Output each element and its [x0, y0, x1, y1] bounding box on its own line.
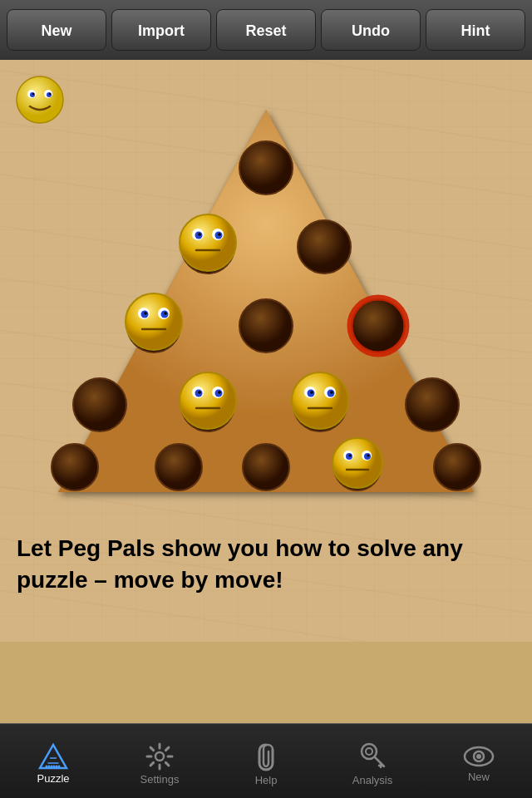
svg-line-84 — [165, 747, 169, 751]
board — [33, 85, 499, 517]
toolbar-btn-import[interactable]: Import — [111, 9, 211, 51]
svg-point-63 — [348, 454, 351, 456]
svg-point-53 — [406, 378, 459, 431]
svg-point-93 — [476, 754, 481, 759]
svg-point-19 — [218, 233, 221, 236]
toolbar-btn-reset[interactable]: Reset — [216, 9, 316, 51]
game-area: Let Peg Pals show you how to solve any p… — [0, 60, 532, 642]
svg-point-23 — [126, 293, 182, 350]
gear-icon — [145, 742, 174, 771]
toolbar: NewImportResetUndoHint — [0, 0, 532, 60]
tab-puzzle[interactable]: Puzzle — [0, 724, 106, 798]
tab-analysis-label: Analysis — [352, 774, 392, 786]
tab-puzzle-label: Puzzle — [37, 772, 69, 785]
svg-point-73 — [51, 765, 53, 767]
svg-point-45 — [292, 372, 348, 429]
tab-settings[interactable]: Settings — [106, 724, 213, 798]
tab-help-label: Help — [255, 774, 278, 786]
tab-settings-label: Settings — [140, 773, 180, 786]
tab-analysis[interactable]: Analysis — [319, 724, 426, 798]
svg-point-5 — [32, 93, 34, 95]
tabbar: Puzzle Settings — [0, 723, 532, 798]
toolbar-btn-undo[interactable]: Undo — [321, 9, 421, 51]
toolbar-btn-hint[interactable]: Hint — [426, 9, 525, 51]
tab-new[interactable]: New — [426, 724, 532, 798]
svg-point-51 — [330, 391, 333, 394]
svg-line-83 — [165, 762, 169, 766]
tab-help[interactable]: Help — [213, 724, 319, 798]
svg-point-21 — [298, 220, 351, 273]
key-icon — [359, 741, 386, 771]
svg-point-54 — [52, 444, 98, 490]
svg-point-41 — [198, 391, 201, 394]
svg-point-28 — [144, 312, 147, 315]
eye-icon — [463, 745, 495, 768]
corner-smiley — [15, 75, 65, 125]
svg-point-42 — [218, 391, 221, 394]
svg-point-29 — [164, 312, 167, 315]
hint-text: Let Peg Pals show you how to solve any p… — [17, 533, 515, 596]
svg-point-64 — [367, 454, 369, 456]
svg-point-71 — [46, 765, 48, 767]
svg-point-34 — [73, 378, 126, 431]
svg-line-82 — [150, 747, 154, 751]
svg-point-55 — [155, 444, 202, 490]
paperclip-icon — [256, 741, 276, 771]
svg-point-76 — [58, 765, 61, 767]
svg-marker-67 — [40, 745, 66, 768]
svg-point-87 — [366, 748, 372, 755]
svg-point-11 — [239, 141, 293, 195]
svg-point-18 — [198, 233, 201, 236]
svg-point-66 — [434, 444, 480, 490]
svg-point-50 — [310, 391, 313, 394]
svg-point-77 — [155, 752, 164, 761]
svg-point-36 — [180, 372, 236, 429]
toolbar-btn-new[interactable]: New — [7, 9, 106, 51]
svg-point-56 — [243, 444, 289, 490]
svg-point-74 — [53, 765, 56, 767]
tab-new-label: New — [468, 771, 490, 783]
svg-point-72 — [48, 765, 51, 767]
svg-point-31 — [239, 299, 293, 352]
svg-point-58 — [332, 438, 382, 488]
svg-point-0 — [17, 76, 63, 123]
svg-point-3 — [30, 92, 35, 97]
svg-point-4 — [47, 92, 52, 97]
svg-line-85 — [150, 762, 154, 766]
svg-point-75 — [56, 765, 58, 767]
puzzle-icon — [38, 743, 68, 770]
svg-point-6 — [49, 93, 51, 95]
svg-point-13 — [180, 214, 236, 271]
